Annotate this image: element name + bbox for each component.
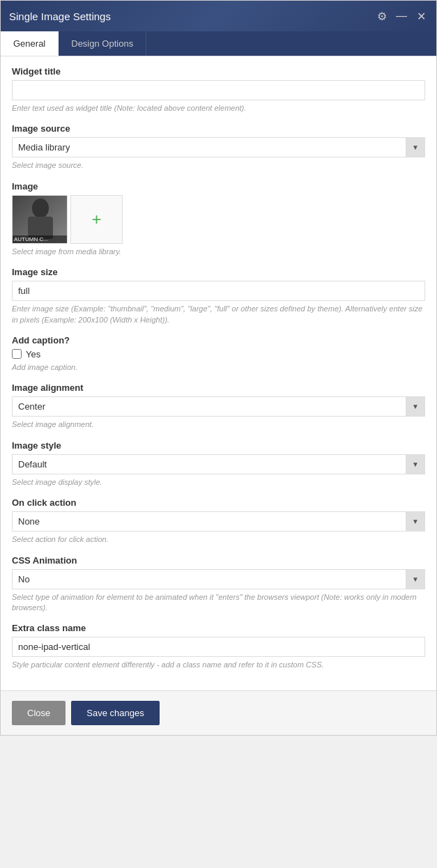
on-click-action-select-wrapper: None Open image in lightbox Open custom … xyxy=(12,511,425,532)
close-icon[interactable]: ✕ xyxy=(414,10,428,23)
image-size-label: Image size xyxy=(12,267,425,277)
image-style-group: Image style Default Rounded Circle Shado… xyxy=(12,440,425,488)
image-size-hint: Enter image size (Example: "thumbnail", … xyxy=(12,304,425,325)
extra-class-hint: Style particular content element differe… xyxy=(12,660,425,670)
css-animation-select[interactable]: No Top to bottom Bottom to top Left to r… xyxy=(12,569,425,589)
on-click-action-label: On click action xyxy=(12,497,425,508)
caption-checkbox-wrapper: Yes xyxy=(12,349,425,359)
widget-title-input[interactable] xyxy=(12,80,425,100)
content-area: Widget title Enter text used as widget t… xyxy=(1,56,436,690)
image-alignment-select[interactable]: Left Center Right xyxy=(12,396,425,417)
image-source-hint: Select image source. xyxy=(12,160,425,171)
add-caption-group: Add caption? Yes Add image caption. xyxy=(12,335,425,373)
image-hint: Select image from media library. xyxy=(12,247,425,257)
add-caption-label: Add caption? xyxy=(12,335,425,346)
image-thumbnail[interactable]: AUTUMN C... xyxy=(12,195,68,244)
tab-design-options[interactable]: Design Options xyxy=(59,31,146,56)
image-style-select-wrapper: Default Rounded Circle Shadow ▼ xyxy=(12,454,425,474)
image-alignment-hint: Select image alignment. xyxy=(12,419,425,430)
window-title: Single Image Settings xyxy=(9,10,111,22)
css-animation-select-wrapper: No Top to bottom Bottom to top Left to r… xyxy=(12,569,425,589)
css-animation-group: CSS Animation No Top to bottom Bottom to… xyxy=(12,555,425,614)
image-alignment-label: Image alignment xyxy=(12,382,425,393)
on-click-action-select[interactable]: None Open image in lightbox Open custom … xyxy=(12,511,425,532)
save-changes-button[interactable]: Save changes xyxy=(71,701,159,725)
image-style-select[interactable]: Default Rounded Circle Shadow xyxy=(12,454,425,474)
image-picker: AUTUMN C... + xyxy=(12,195,425,244)
titlebar-controls: ⚙ — ✕ xyxy=(375,10,428,23)
add-caption-checkbox[interactable] xyxy=(12,349,22,359)
image-source-group: Image source Media library External URL … xyxy=(12,123,425,171)
image-add-button[interactable]: + xyxy=(70,195,123,244)
image-source-select-wrapper: Media library External URL ▼ xyxy=(12,137,425,157)
image-source-select[interactable]: Media library External URL xyxy=(12,137,425,157)
on-click-action-group: On click action None Open image in light… xyxy=(12,497,425,545)
add-caption-hint: Add image caption. xyxy=(12,362,425,373)
svg-point-2 xyxy=(32,199,49,218)
window: Single Image Settings ⚙ — ✕ General Desi… xyxy=(0,0,437,736)
image-alignment-group: Image alignment Left Center Right ▼ Sele… xyxy=(12,382,425,430)
image-style-hint: Select image display style. xyxy=(12,477,425,488)
extra-class-label: Extra class name xyxy=(12,623,425,633)
tab-bar: General Design Options xyxy=(1,31,436,56)
image-source-label: Image source xyxy=(12,123,425,134)
image-size-group: Image size Enter image size (Example: "t… xyxy=(12,267,425,325)
image-label: Image xyxy=(12,181,425,192)
image-thumb-label: AUTUMN C... xyxy=(13,235,67,243)
caption-checkbox-label: Yes xyxy=(26,349,40,359)
image-group: Image xyxy=(12,181,425,257)
on-click-action-hint: Select action for click action. xyxy=(12,534,425,545)
widget-title-group: Widget title Enter text used as widget t… xyxy=(12,66,425,114)
image-size-input[interactable] xyxy=(12,281,425,301)
widget-title-label: Widget title xyxy=(12,66,425,77)
minimize-icon[interactable]: — xyxy=(394,10,408,22)
image-alignment-select-wrapper: Left Center Right ▼ xyxy=(12,396,425,417)
widget-title-hint: Enter text used as widget title (Note: l… xyxy=(12,103,425,114)
extra-class-group: Extra class name Style particular conten… xyxy=(12,623,425,670)
close-button[interactable]: Close xyxy=(12,701,66,725)
gear-icon[interactable]: ⚙ xyxy=(375,10,389,23)
footer: Close Save changes xyxy=(1,690,436,735)
css-animation-label: CSS Animation xyxy=(12,555,425,566)
image-style-label: Image style xyxy=(12,440,425,451)
css-animation-hint: Select type of animation for element to … xyxy=(12,592,425,614)
extra-class-input[interactable] xyxy=(12,637,425,657)
tab-general[interactable]: General xyxy=(1,31,59,56)
titlebar: Single Image Settings ⚙ — ✕ xyxy=(1,1,436,31)
